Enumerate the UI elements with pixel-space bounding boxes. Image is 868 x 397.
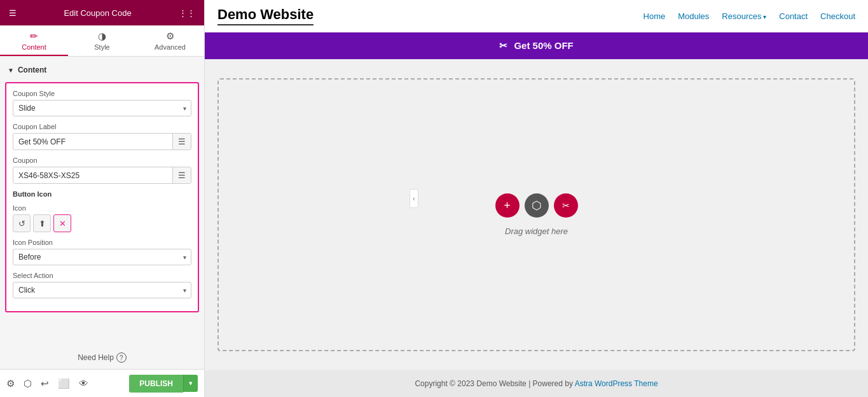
tab-style[interactable]: ◑ Style [68, 25, 136, 56]
history-icon[interactable]: ↩ [41, 378, 49, 389]
coupon-code-menu-icon[interactable]: ☰ [172, 167, 191, 183]
icon-field: Icon ↺ ⬆ ✕ [13, 204, 191, 232]
publish-arrow-button[interactable]: ▾ [183, 375, 198, 392]
content-tab-label: Content [22, 43, 46, 51]
footer-text: Copyright © 2023 Demo Website | Powered … [415, 379, 574, 388]
style-tab-label: Style [94, 43, 109, 51]
nav-modules[interactable]: Modules [678, 11, 709, 21]
icon-select-btn[interactable]: ↺ [13, 214, 31, 232]
coupon-label-field: Coupon Label ☰ [13, 123, 191, 150]
content-section-header[interactable]: ▼ Content [0, 62, 204, 78]
site-title: Demo Website [217, 6, 313, 25]
coupon-label-menu-icon[interactable]: ☰ [172, 134, 191, 150]
icon-delete-btn[interactable]: ✕ [53, 214, 71, 232]
layers-icon[interactable]: ⬡ [24, 378, 32, 389]
button-icon-field: Button Icon [13, 190, 191, 198]
coupon-label-input[interactable] [13, 134, 172, 150]
need-help-section: Need Help ? [0, 346, 204, 369]
publish-group: PUBLISH ▾ [129, 375, 198, 393]
advanced-tab-label: Advanced [155, 43, 186, 51]
drag-action-buttons: + ⬡ ✂ [495, 193, 578, 218]
select-action-field: Select Action Click Hover ▾ [13, 272, 191, 298]
publish-button[interactable]: PUBLISH [129, 375, 183, 393]
section-chevron-icon: ▼ [8, 67, 14, 74]
select-action-select[interactable]: Click Hover [13, 282, 191, 298]
icon-position-select[interactable]: Before After [13, 249, 191, 265]
icon-upload-btn[interactable]: ⬆ [33, 214, 51, 232]
coupon-style-select-wrapper: Slide Flat Minimal ▾ [13, 100, 191, 116]
content-tab-icon: ✏ [30, 31, 38, 42]
coupon-style-field: Coupon Style Slide Flat Minimal ▾ [13, 90, 191, 116]
panel-header: ☰ Edit Coupon Code ⋮⋮ [0, 0, 204, 25]
site-footer: Copyright © 2023 Demo Website | Powered … [205, 370, 868, 397]
nav-checkout[interactable]: Checkout [820, 11, 855, 21]
sidebar-toggle-button[interactable]: ‹ [410, 189, 418, 208]
left-panel: ☰ Edit Coupon Code ⋮⋮ ✏ Content ◑ Style … [0, 0, 205, 397]
coupon-banner-text: Get 50% OFF [514, 40, 573, 51]
settings-icon[interactable]: ⚙ [6, 378, 15, 389]
responsive-icon[interactable]: ⬜ [58, 378, 70, 389]
coupon-style-label: Coupon Style [13, 90, 191, 97]
panel-tabs: ✏ Content ◑ Style ⚙ Advanced [0, 25, 204, 57]
footer-link[interactable]: Astra WordPress Theme [575, 379, 658, 388]
apps-icon[interactable]: ⋮⋮ [179, 8, 195, 18]
tab-advanced[interactable]: ⚙ Advanced [136, 25, 204, 56]
site-navigation: Demo Website Home Modules Resources Cont… [205, 0, 868, 32]
folder-button[interactable]: ⬡ [525, 193, 549, 218]
add-widget-button[interactable]: + [495, 193, 520, 218]
coupon-style-select[interactable]: Slide Flat Minimal [13, 100, 191, 116]
drag-widget-area[interactable]: + ⬡ ✂ Drag widget here [217, 78, 855, 351]
bottom-toolbar: ⚙ ⬡ ↩ ⬜ 👁 PUBLISH ▾ [0, 369, 204, 397]
coupon-code-label: Coupon [13, 157, 191, 164]
style-tab-icon: ◑ [98, 31, 106, 42]
main-content: + ⬡ ✂ Drag widget here [205, 59, 868, 370]
select-action-label: Select Action [13, 272, 191, 279]
tab-content[interactable]: ✏ Content [0, 25, 68, 56]
icon-position-select-wrapper: Before After ▾ [13, 249, 191, 265]
nav-home[interactable]: Home [644, 11, 666, 21]
need-help-text: Need Help [78, 353, 114, 362]
coupon-code-input[interactable] [13, 168, 172, 183]
right-wrapper: ‹ Demo Website Home Modules Resources Co… [205, 0, 868, 397]
coupon-label-label: Coupon Label [13, 123, 191, 130]
coupon-banner: ✂ Get 50% OFF [205, 32, 868, 59]
section-label: Content [18, 66, 46, 74]
advanced-tab-icon: ⚙ [166, 31, 174, 42]
select-action-select-wrapper: Click Hover ▾ [13, 282, 191, 298]
coupon-code-field: Coupon ☰ [13, 157, 191, 184]
icon-buttons-row: ↺ ⬆ ✕ [13, 214, 191, 232]
panel-title: Edit Coupon Code [64, 8, 131, 18]
icon-position-label: Icon Position [13, 239, 191, 246]
nav-links: Home Modules Resources Contact Checkout [644, 11, 855, 21]
toolbar-icons: ⚙ ⬡ ↩ ⬜ 👁 [6, 378, 88, 389]
coupon-widget-button[interactable]: ✂ [554, 193, 578, 218]
coupon-scissors-icon: ✂ [499, 40, 507, 51]
drag-widget-text: Drag widget here [505, 226, 568, 236]
content-box: Coupon Style Slide Flat Minimal ▾ Coupon… [5, 82, 199, 312]
nav-contact[interactable]: Contact [779, 11, 808, 21]
menu-icon[interactable]: ☰ [9, 8, 17, 18]
coupon-label-input-wrapper: ☰ [13, 133, 191, 150]
panel-body: ▼ Content Coupon Style Slide Flat Minima… [0, 57, 204, 346]
button-icon-label: Button Icon [13, 190, 191, 198]
icon-position-field: Icon Position Before After ▾ [13, 239, 191, 265]
icon-label: Icon [13, 204, 191, 212]
nav-resources[interactable]: Resources [722, 11, 766, 21]
coupon-code-input-wrapper: ☰ [13, 167, 191, 184]
right-panel: Demo Website Home Modules Resources Cont… [205, 0, 868, 397]
preview-icon[interactable]: 👁 [79, 378, 88, 389]
help-circle-icon[interactable]: ? [116, 352, 127, 363]
